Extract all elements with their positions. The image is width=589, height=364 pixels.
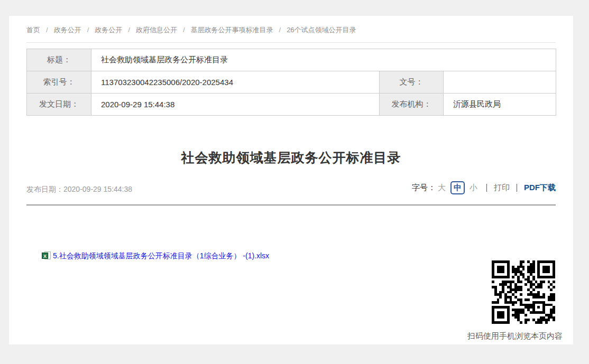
meta-label-issue-date: 发文日期： xyxy=(27,94,91,116)
content-card: 首页/政务公开/政务公开/政府信息公开/基层政务公开事项标准目录/26个试点领域… xyxy=(9,16,573,344)
table-row: 发文日期： 2020-09-29 15:44:38 发布机构： 沂源县民政局 xyxy=(27,94,556,116)
qr-code xyxy=(492,260,555,324)
breadcrumb-standard-catalog[interactable]: 基层政务公开事项标准目录 xyxy=(191,26,273,34)
breadcrumb: 首页/政务公开/政务公开/政府信息公开/基层政务公开事项标准目录/26个试点领域… xyxy=(26,25,556,43)
excel-file-icon: X xyxy=(42,251,51,260)
meta-label-doc-number: 文号： xyxy=(380,71,444,94)
document-meta-table: 标题： 社会救助领域基层政务公开标准目录 索引号： 11370323004223… xyxy=(26,49,556,116)
qr-caption: 扫码使用手机浏览本页内容 xyxy=(467,331,563,341)
pdf-download-button[interactable]: PDF下载 xyxy=(524,183,556,193)
svg-text:X: X xyxy=(43,254,47,259)
font-size-medium-button[interactable]: 中 xyxy=(450,181,465,194)
font-size-small-button[interactable]: 小 xyxy=(470,183,477,193)
publish-date-label: 发布日期： xyxy=(26,185,63,193)
attachment-row: X 5.社会救助领域领域基层政务公开标准目录（1综合业务） -(1).xlsx xyxy=(42,250,269,261)
meta-label-index-number: 索引号： xyxy=(27,71,91,94)
table-row: 索引号： 113703230042235006/2020-2025434 文号： xyxy=(27,71,556,94)
breadcrumb-home[interactable]: 首页 xyxy=(26,26,40,34)
toolbar-divider xyxy=(486,184,487,192)
publish-date: 发布日期：2020-09-29 15:44:38 xyxy=(26,183,132,195)
print-button[interactable]: 打印 xyxy=(494,183,510,193)
meta-value-issuing-agency: 沂源县民政局 xyxy=(444,94,556,116)
publish-date-value: 2020-09-29 15:44:38 xyxy=(63,185,132,193)
meta-value-index-number: 113703230042235006/2020-2025434 xyxy=(91,71,380,94)
meta-value-title: 社会救助领域基层政务公开标准目录 xyxy=(91,49,556,71)
breadcrumb-zhengwu-2[interactable]: 政务公开 xyxy=(95,26,122,34)
breadcrumb-separator: / xyxy=(87,26,89,34)
toolbar-divider xyxy=(517,184,517,192)
breadcrumb-separator: / xyxy=(46,26,48,34)
breadcrumb-separator: / xyxy=(128,26,130,34)
meta-value-issue-date: 2020-09-29 15:44:38 xyxy=(91,94,380,116)
meta-label-issuing-agency: 发布机构： xyxy=(380,94,444,116)
breadcrumb-separator: / xyxy=(279,26,281,34)
table-row: 标题： 社会救助领域基层政务公开标准目录 xyxy=(27,49,556,71)
meta-label-title: 标题： xyxy=(27,49,91,71)
font-size-label: 字号： xyxy=(412,183,436,193)
breadcrumb-zhengwu-1[interactable]: 政务公开 xyxy=(54,26,81,34)
breadcrumb-separator: / xyxy=(183,26,185,34)
font-size-large-button[interactable]: 大 xyxy=(438,183,446,193)
breadcrumb-gov-info[interactable]: 政府信息公开 xyxy=(136,26,177,34)
header-divider xyxy=(26,204,556,206)
page-title: 社会救助领域基层政务公开标准目录 xyxy=(26,149,556,166)
meta-value-doc-number xyxy=(444,71,556,94)
breadcrumb-pilot-catalog[interactable]: 26个试点领域公开目录 xyxy=(287,26,356,34)
attachment-link[interactable]: 5.社会救助领域领域基层政务公开标准目录（1综合业务） -(1).xlsx xyxy=(53,250,269,261)
article-toolbar: 字号： 大 中 小 打印 PDF下载 xyxy=(412,180,556,195)
